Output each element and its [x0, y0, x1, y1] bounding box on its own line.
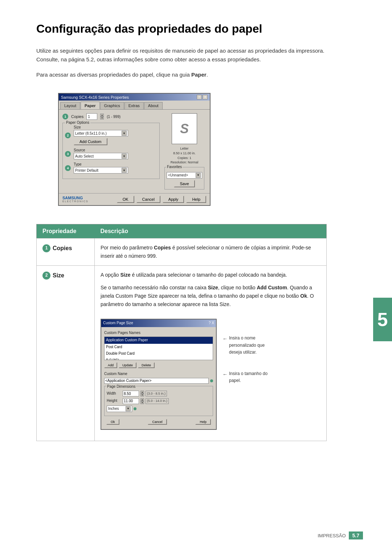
custom-pages-listbox[interactable]: Application Custom Paper Post Card Doubl…	[104, 337, 213, 360]
list-label: Custom Pages Names	[104, 330, 213, 336]
intro-paragraph-2: Para acessar as diversas propriedades do…	[36, 70, 327, 79]
copies-range: (1 - 999)	[107, 115, 121, 119]
source-label: Source	[74, 148, 157, 152]
source-dropdown[interactable]: Auto Select ▼	[74, 153, 128, 159]
samsung-brand: SAMSUNG	[62, 196, 89, 200]
page-dimensions-group: Page Dimensions Width ▲ ▼	[104, 386, 213, 416]
units-value: Inches	[108, 406, 119, 412]
save-btn[interactable]: Save	[174, 180, 195, 187]
col-property-header: Propriedade	[37, 224, 95, 238]
height-down[interactable]: ▼	[140, 401, 144, 404]
width-down[interactable]: ▼	[140, 394, 144, 396]
copies-up-arrow[interactable]: ▲	[100, 114, 104, 117]
size-dropdown-arrow[interactable]: ▼	[122, 131, 127, 136]
copies-input[interactable]: 1	[86, 113, 97, 120]
list-item-3[interactable]: B 5(JIS)	[105, 357, 213, 360]
tab-about[interactable]: About	[144, 102, 163, 109]
paper-info: Letter8.50 x 11.00 in.Copies: 1Resolutio…	[171, 146, 199, 164]
height-label: Height	[107, 398, 121, 404]
custom-help-btn[interactable]: Help	[195, 419, 211, 425]
desc-size: A opção Size é utilizada para selecionar…	[95, 265, 327, 441]
type-dropdown[interactable]: Printer Default ▼	[74, 167, 128, 174]
cancel-button[interactable]: Cancel	[136, 196, 160, 203]
copies-row: 1 Copies 1 ▲ ▼ (1 - 999)	[62, 113, 160, 120]
list-item-2[interactable]: Double Post Card	[105, 350, 213, 357]
ok-button[interactable]: OK	[117, 196, 134, 203]
list-item-1[interactable]: Post Card	[105, 344, 213, 351]
custom-ok-btn[interactable]: Ok	[106, 419, 119, 425]
units-dropdown-arrow[interactable]: ▼	[126, 406, 131, 411]
page-title: Configuração das propriedades do papel	[36, 22, 327, 36]
units-dropdown[interactable]: Inches ▼	[107, 406, 132, 412]
chapter-number: 5	[377, 309, 388, 330]
paper-preview-letter: S	[180, 121, 189, 137]
properties-table: Propriedade Descrição 1 Copies Por meio …	[36, 224, 327, 441]
delete-btn[interactable]: Delete	[138, 362, 155, 368]
list-item-0[interactable]: Application Custom Paper	[105, 337, 213, 344]
annotation-1c: deseja utilizar.	[229, 349, 265, 356]
apply-button[interactable]: Apply	[163, 196, 184, 203]
custom-page-size-dialog: Custom Page Size ? X Custom Pages Names …	[101, 319, 217, 430]
tab-layout[interactable]: Layout	[60, 102, 80, 109]
height-input[interactable]	[123, 398, 139, 404]
samsung-sub: ELECTRONICS	[62, 200, 89, 203]
favorites-value: <Unnamed>	[168, 173, 188, 177]
favorites-dropdown-arrow[interactable]: ▼	[196, 173, 201, 178]
paper-options-group: Paper Options 2 Size Letter (8.5x11.0 in…	[62, 123, 160, 179]
height-up[interactable]: ▲	[140, 398, 144, 401]
close-titlebar-btn[interactable]: ✕	[203, 95, 208, 99]
width-input[interactable]	[123, 391, 139, 396]
height-range: (5.0 - 14.0 in.)	[146, 398, 169, 404]
col-description-header: Descrição	[95, 224, 327, 238]
width-spin: ▲ ▼	[140, 391, 144, 396]
size-value: Letter (8.5x11.0 in.)	[75, 131, 107, 135]
width-label: Width	[107, 391, 121, 397]
type-dropdown-arrow[interactable]: ▼	[122, 168, 127, 173]
page-footer: IMPRESSÃO 5.7	[318, 531, 363, 539]
custom-dialog-footer: Ok Cancel Help	[104, 416, 213, 426]
type-label: Type	[74, 162, 157, 166]
update-btn[interactable]: Update	[119, 362, 136, 368]
samsung-logo-area: SAMSUNG ELECTRONICS	[62, 196, 89, 203]
printer-dialog-screenshot: Samsung SCX-4x16 Series Properties ? ✕ L…	[58, 93, 211, 205]
help-titlebar-btn[interactable]: ?	[197, 95, 202, 99]
annotations-panel: ← Insira o nome personalizado que deseja…	[222, 313, 268, 384]
source-value: Auto Select	[75, 154, 94, 158]
tab-extras[interactable]: Extras	[124, 102, 144, 109]
bullet-4: 4	[65, 165, 71, 171]
annotation-2a: Insira o tamanho do	[229, 370, 268, 377]
bullet-1: 1	[62, 114, 68, 119]
width-row: Width ▲ ▼ (3.0 - 8.5 in.)	[107, 391, 211, 397]
dot-indicator-size	[134, 407, 136, 410]
bullet-2: 2	[65, 133, 71, 138]
favorites-dropdown[interactable]: <Unnamed> ▼	[167, 172, 202, 179]
paper-options-label: Paper Options	[65, 121, 90, 125]
units-row: Inches ▼	[107, 406, 211, 412]
source-dropdown-arrow[interactable]: ▼	[122, 154, 127, 159]
custom-name-input[interactable]	[104, 378, 209, 384]
table-row-copies: 1 Copies Por meio do parâmetro Copies é …	[37, 238, 327, 265]
dot-indicator-name	[210, 379, 213, 382]
custom-dialog-title: Custom Page Size	[103, 320, 133, 326]
size-dropdown[interactable]: Letter (8.5x11.0 in.) ▼	[74, 130, 128, 137]
width-range: (3.0 - 8.5 in.)	[146, 391, 167, 396]
prop-size: 2 Size	[37, 265, 95, 441]
titlebar-buttons: ? ✕	[197, 95, 208, 99]
height-spin: ▲ ▼	[140, 398, 144, 404]
tab-graphics[interactable]: Graphics	[100, 102, 124, 109]
tab-paper[interactable]: Paper	[81, 102, 100, 109]
help-button[interactable]: Help	[186, 196, 206, 203]
bullet-copies: 1	[42, 244, 50, 252]
custom-action-buttons: Add Update Delete	[104, 362, 213, 368]
prop-size-label: Size	[53, 271, 64, 280]
width-up[interactable]: ▲	[140, 391, 144, 394]
custom-cancel-btn[interactable]: Cancel	[148, 419, 167, 425]
copies-down-arrow[interactable]: ▼	[100, 117, 104, 119]
custom-name-label: Custom Name	[104, 371, 213, 377]
chapter-tab: 5	[373, 298, 392, 341]
add-btn[interactable]: Add	[104, 362, 117, 368]
add-custom-btn[interactable]: Add Custom	[74, 138, 107, 145]
type-value: Printer Default	[75, 168, 98, 172]
copies-label: Copies	[71, 114, 83, 119]
type-row: 4 Type Printer Default ▼	[65, 162, 157, 174]
